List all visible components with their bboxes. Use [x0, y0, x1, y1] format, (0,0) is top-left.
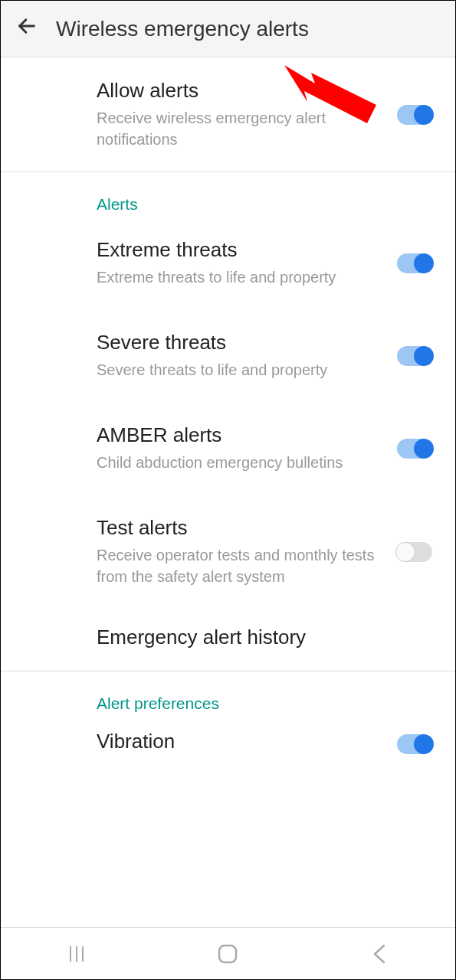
preferences-section-header: Alert preferences — [1, 671, 455, 716]
test-alerts-toggle[interactable] — [397, 542, 432, 562]
red-arrow-annotation — [269, 56, 384, 125]
severe-threats-row[interactable]: Severe threats Severe threats to life an… — [1, 309, 455, 402]
back-nav-icon[interactable] — [356, 939, 402, 969]
vibration-row[interactable]: Vibration — [1, 716, 455, 779]
navigation-bar — [1, 927, 455, 979]
vibration-title: Vibration — [97, 730, 382, 753]
emergency-history-row[interactable]: Emergency alert history — [1, 609, 455, 671]
amber-alerts-toggle[interactable] — [397, 439, 432, 459]
extreme-threats-subtitle: Extreme threats to life and property — [97, 266, 382, 288]
test-alerts-row[interactable]: Test alerts Receive operator tests and m… — [1, 495, 455, 609]
emergency-history-label: Emergency alert history — [97, 626, 432, 649]
svg-marker-1 — [284, 65, 376, 123]
extreme-threats-row[interactable]: Extreme threats Extreme threats to life … — [1, 217, 455, 309]
app-header: Wireless emergency alerts — [1, 1, 455, 57]
amber-alerts-subtitle: Child abduction emergency bulletins — [97, 452, 382, 473]
recent-apps-icon[interactable] — [54, 939, 100, 969]
home-icon[interactable] — [205, 939, 251, 969]
severe-threats-toggle[interactable] — [397, 346, 432, 366]
test-alerts-title: Test alerts — [97, 516, 382, 540]
svg-rect-5 — [219, 946, 236, 962]
page-title: Wireless emergency alerts — [56, 17, 309, 41]
test-alerts-subtitle: Receive operator tests and monthly tests… — [97, 544, 382, 587]
amber-alerts-row[interactable]: AMBER alerts Child abduction emergency b… — [1, 402, 455, 495]
alerts-section-header: Alerts — [1, 172, 455, 217]
vibration-toggle[interactable] — [397, 734, 432, 754]
severe-threats-title: Severe threats — [97, 331, 382, 354]
severe-threats-subtitle: Severe threats to life and property — [97, 359, 382, 381]
amber-alerts-title: AMBER alerts — [97, 423, 382, 447]
extreme-threats-title: Extreme threats — [97, 238, 382, 262]
allow-alerts-toggle[interactable] — [397, 105, 432, 125]
allow-alerts-row[interactable]: Allow alerts Receive wireless emergency … — [1, 57, 455, 172]
extreme-threats-toggle[interactable] — [397, 253, 432, 273]
back-icon[interactable] — [16, 15, 38, 42]
